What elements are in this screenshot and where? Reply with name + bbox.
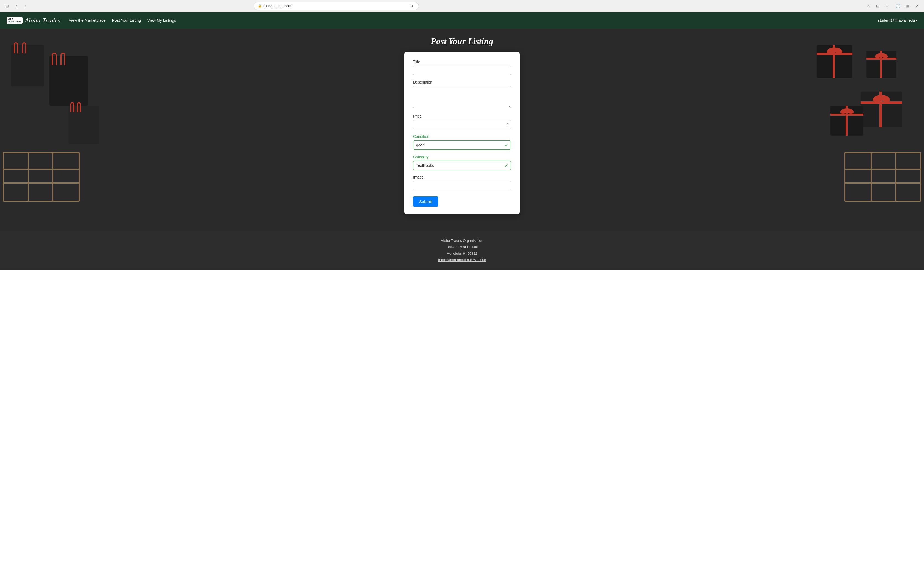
condition-select-wrapper: good fair poor like new new ✓ (413, 140, 511, 150)
description-textarea[interactable] (413, 86, 511, 108)
svg-rect-0 (817, 53, 853, 55)
nav-link-post[interactable]: Post Your Listing (112, 18, 141, 23)
reload-button[interactable]: ↺ (409, 3, 415, 9)
svg-point-2 (826, 46, 837, 55)
condition-label: Condition (413, 134, 511, 139)
logo-line1: UH ✦ (8, 18, 21, 20)
back-button[interactable]: ‹ (13, 2, 20, 10)
footer-org: Aloha Trades Organization (5, 237, 919, 244)
category-label: Category (413, 155, 511, 159)
price-input[interactable] (413, 120, 511, 129)
nav-logo: UH ✦ Aloha Trades (6, 17, 23, 23)
address-bar[interactable]: 🔒 aloha-trades.com ↺ (254, 2, 419, 10)
nav-user-menu[interactable]: student1@hawaii.edu ▾ (878, 18, 918, 23)
add-tab-button[interactable]: + (883, 2, 891, 10)
footer-info-link[interactable]: Information about our Website (438, 258, 486, 262)
forward-button[interactable]: › (22, 2, 30, 10)
category-select-wrapper: TextBooks Electronics Clothing Furniture… (413, 161, 511, 170)
browser-controls: ⊟ ‹ › (3, 2, 30, 10)
browser-chrome: ⊟ ‹ › 🔒 aloha-trades.com ↺ ⌂ ⊞ + 🕐 ⊞ ↗ (0, 0, 924, 12)
lock-icon: 🔒 (258, 4, 262, 8)
deco-cart-vline-2 (52, 152, 53, 201)
svg-point-7 (879, 52, 888, 59)
deco-cart-vline-1 (27, 152, 29, 201)
svg-rect-12 (830, 114, 864, 116)
deco-cart-right (844, 152, 921, 201)
home-button[interactable]: ⌂ (864, 2, 872, 10)
deco-gift-4 (830, 105, 864, 136)
deco-handle-5 (77, 102, 81, 112)
deco-gift-4-svg (830, 105, 864, 136)
price-input-wrapper: ▲ ▼ (413, 120, 511, 129)
svg-point-14 (840, 107, 850, 115)
sidebar-toggle-button[interactable]: ⊟ (3, 2, 11, 10)
image-input[interactable] (413, 181, 511, 190)
deco-gift-2 (866, 50, 897, 78)
footer-location: Honolulu, HI 96822 (5, 250, 919, 256)
listing-form-card: Title Description Price ▲ ▼ Condition (404, 52, 520, 214)
price-arrows: ▲ ▼ (506, 122, 510, 128)
category-field-group: Category TextBooks Electronics Clothing … (413, 155, 511, 170)
condition-field-group: Condition good fair poor like new new ✓ (413, 134, 511, 150)
price-down-arrow[interactable]: ▼ (506, 125, 510, 128)
svg-point-3 (832, 46, 843, 55)
deco-cart-right-line-1 (844, 169, 921, 170)
history-button[interactable]: 🕐 (894, 2, 902, 10)
svg-rect-9 (879, 92, 882, 127)
chevron-down-icon: ▾ (916, 19, 918, 22)
deco-cart-line-2 (3, 182, 80, 184)
svg-rect-13 (846, 105, 848, 136)
nav-links: View the Marketplace Post Your Listing V… (69, 18, 878, 23)
svg-point-15 (845, 107, 855, 115)
main-content: Post Your Listing Title Description Pric… (0, 29, 924, 231)
nav-user-email: student1@hawaii.edu (878, 18, 915, 23)
price-up-arrow[interactable]: ▲ (506, 122, 510, 125)
svg-rect-1 (833, 45, 835, 78)
svg-point-6 (874, 52, 884, 59)
price-field-group: Price ▲ ▼ (413, 114, 511, 129)
footer-university: University of Hawaii (5, 244, 919, 250)
deco-handle-1 (22, 42, 26, 53)
price-label: Price (413, 114, 511, 118)
browser-actions: ⌂ ⊞ + 🕐 ⊞ ↗ (864, 2, 921, 10)
deco-gift-1-ribbon-h (817, 53, 853, 55)
share-button[interactable]: ↗ (913, 2, 921, 10)
deco-bag-3 (69, 105, 99, 144)
nav-brand: UH ✦ Aloha Trades Aloha Trades (6, 17, 60, 24)
nav-link-marketplace[interactable]: View the Marketplace (69, 18, 106, 23)
title-input[interactable] (413, 66, 511, 75)
footer: Aloha Trades Organization University of … (0, 231, 924, 270)
deco-cart-line-1 (3, 169, 80, 170)
category-select[interactable]: TextBooks Electronics Clothing Furniture… (413, 161, 511, 170)
tabs-button[interactable]: ⊞ (874, 2, 882, 10)
deco-handle-6 (70, 102, 74, 112)
deco-handle-2 (14, 42, 18, 53)
submit-button[interactable]: Submit (413, 197, 438, 206)
deco-gift-1 (817, 45, 853, 78)
deco-bag-1 (11, 45, 44, 86)
deco-handle-4 (52, 53, 57, 65)
deco-cart-left (3, 152, 80, 201)
image-field-group: Image (413, 175, 511, 190)
logo-line2: Aloha Trades (8, 20, 21, 23)
condition-select[interactable]: good fair poor like new new (413, 140, 511, 150)
svg-rect-5 (880, 50, 882, 78)
deco-bag-2 (50, 56, 88, 105)
image-label: Image (413, 175, 511, 179)
deco-gift-3-svg (861, 92, 902, 127)
deco-cart-right-vline-2 (871, 152, 872, 201)
deco-gift-1-svg (817, 45, 853, 78)
tab-manager-button[interactable]: ⊞ (904, 2, 911, 10)
title-field-group: Title (413, 60, 511, 75)
nav-link-my-listings[interactable]: View My Listings (147, 18, 176, 23)
title-label: Title (413, 60, 511, 64)
navbar: UH ✦ Aloha Trades Aloha Trades View the … (0, 12, 924, 29)
brand-title: Aloha Trades (25, 17, 60, 24)
svg-rect-8 (861, 102, 902, 104)
deco-cart-right-line-2 (844, 182, 921, 184)
page-title: Post Your Listing (431, 36, 493, 47)
svg-point-10 (872, 94, 884, 103)
svg-point-11 (878, 94, 891, 103)
description-label: Description (413, 80, 511, 84)
deco-gift-3 (861, 92, 902, 127)
